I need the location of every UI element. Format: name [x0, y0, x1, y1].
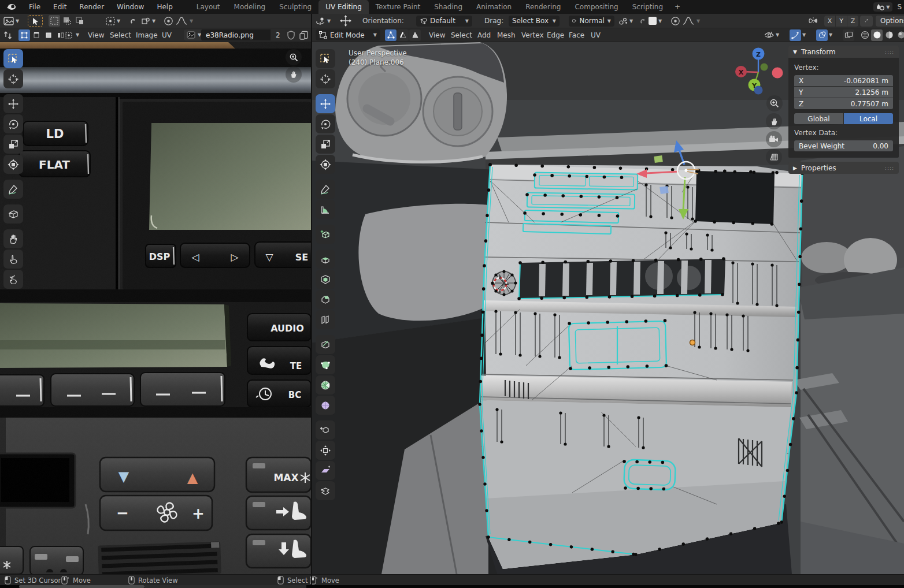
uv-tool-hand[interactable] — [3, 229, 23, 248]
uv-snap-toggle[interactable] — [128, 14, 137, 28]
uv-tool-annotate[interactable] — [3, 180, 23, 199]
vp-tool-annotate[interactable] — [316, 180, 335, 199]
menu-help[interactable]: Help — [150, 0, 179, 14]
uv-tool-transform[interactable] — [3, 155, 23, 174]
vp-tool-add-cube[interactable] — [316, 225, 335, 244]
editor-divider[interactable] — [311, 14, 312, 585]
uv-tool-tweak[interactable] — [3, 49, 23, 68]
nav-gizmo[interactable]: Z X Y — [729, 46, 787, 98]
uv-tool-rotate[interactable] — [3, 114, 23, 133]
shading-rendered[interactable] — [895, 29, 904, 41]
image-name-field[interactable]: e38Radio.png — [201, 28, 271, 42]
vp-menu-select[interactable]: Select — [451, 28, 472, 42]
panel-grip[interactable]: :::: — [885, 49, 894, 55]
vp-tool-rotate[interactable] — [316, 114, 335, 133]
tab-shading[interactable]: Shading — [427, 0, 469, 14]
tab-rendering[interactable]: Rendering — [518, 0, 568, 14]
orientation-dropdown[interactable]: Default▼ — [416, 14, 472, 28]
uv-zoom-button[interactable] — [286, 49, 302, 65]
vp-tool-polybuild[interactable] — [316, 355, 335, 374]
fake-user-shield-icon[interactable] — [287, 28, 295, 42]
local-button[interactable]: Local — [844, 113, 893, 124]
mesh-select-mode-group[interactable] — [385, 28, 421, 42]
uv-proportional-editing[interactable]: ▼ — [164, 14, 193, 28]
mode-dropdown[interactable]: Edit Mode▼ — [316, 28, 380, 42]
tab-layout[interactable]: Layout — [190, 0, 227, 14]
vp-menu-vertex[interactable]: Vertex — [521, 28, 544, 42]
axis-toggle-group[interactable]: X Y Z — [824, 14, 858, 28]
uv-active-tool-tweak[interactable] — [28, 14, 43, 28]
show-object-types-dropdown[interactable]: ▼ — [764, 28, 779, 42]
vp-camera-button[interactable] — [766, 131, 782, 147]
mirror-icon[interactable] — [808, 14, 820, 28]
menu-window[interactable]: Window — [110, 0, 150, 14]
vp-menu-add[interactable]: Add — [477, 28, 491, 42]
vp-tool-shear[interactable] — [316, 461, 335, 480]
uv-pivot-point-button[interactable]: ▼ — [106, 14, 120, 28]
uv-menu-uv[interactable]: UV — [162, 28, 172, 42]
menu-file[interactable]: File — [23, 0, 47, 14]
uv-select-vertex[interactable] — [18, 29, 30, 41]
console-mesh[interactable] — [480, 165, 802, 569]
tab-animation[interactable]: Animation — [469, 0, 518, 14]
drag-dropdown[interactable]: Select Box▼ — [509, 14, 560, 28]
properties-panel-header[interactable]: ▶Properties :::: — [788, 162, 899, 174]
uv-menu-select[interactable]: Select — [110, 28, 131, 42]
uv-select-face[interactable] — [43, 29, 54, 41]
vp-tool-measure[interactable] — [316, 200, 335, 219]
transform-panel-header[interactable]: ▼Transform :::: — [788, 46, 899, 58]
uv-select-mode-options[interactable] — [49, 14, 86, 28]
select-mode-vertex[interactable] — [385, 29, 397, 41]
tab-scripting[interactable]: Scripting — [625, 0, 670, 14]
vp-tool-smooth[interactable] — [316, 396, 335, 415]
snap-with-button[interactable]: ▼ — [618, 14, 633, 28]
xray-toggle[interactable] — [843, 28, 854, 42]
select-mode-edge[interactable] — [397, 29, 409, 41]
gizmos-dropdown[interactable]: ▼ — [790, 28, 806, 42]
vp-tool-scale[interactable] — [316, 135, 335, 154]
pivot-dropdown[interactable]: Normal▼ — [569, 14, 614, 28]
uv-tool-point[interactable] — [3, 250, 23, 269]
bevel-weight-field[interactable]: Bevel Weight0.00 — [794, 140, 893, 151]
panel-grip-2[interactable]: :::: — [885, 165, 894, 171]
uv-tool-pinch[interactable] — [3, 270, 23, 289]
shading-material[interactable] — [883, 29, 895, 41]
vp-menu-uv[interactable]: UV — [591, 28, 601, 42]
transform-pivot-only-icon[interactable] — [860, 14, 873, 28]
vp-tool-tweak[interactable] — [316, 49, 335, 68]
vp-tool-bevel[interactable] — [316, 290, 335, 309]
tab-texture-paint[interactable]: Texture Paint — [369, 0, 427, 14]
vp-tool-extrude[interactable] — [316, 250, 335, 269]
tab-modeling[interactable]: Modeling — [227, 0, 273, 14]
vp-tool-shrink-fatten[interactable] — [316, 441, 335, 460]
uv-menu-view[interactable]: View — [88, 28, 104, 42]
snap-toggle-group[interactable]: ▼ — [638, 14, 662, 28]
vp-proportional-editing[interactable]: ▼ — [670, 14, 700, 28]
vp-editor-type-button[interactable]: ▼ — [316, 14, 331, 28]
options-button[interactable]: Options — [876, 14, 904, 28]
vp-tool-inset[interactable] — [316, 270, 335, 289]
unlink-image-icon[interactable] — [299, 28, 308, 42]
uv-select-mode-group[interactable] — [18, 28, 66, 42]
uv-menu-image[interactable]: Image — [136, 28, 158, 42]
vp-tool-edge-slide[interactable] — [316, 420, 335, 440]
global-button[interactable]: Global — [794, 113, 843, 124]
scene-icon[interactable]: ▼ — [873, 2, 892, 12]
uv-tool-box[interactable] — [3, 204, 23, 224]
tab-sculpting[interactable]: Sculpting — [272, 0, 318, 14]
tab-compositing[interactable]: Compositing — [568, 0, 625, 14]
image-users-count[interactable]: 2 — [271, 28, 285, 42]
vertex-x-field[interactable]: X-0.062081 m — [794, 75, 893, 86]
add-workspace-button[interactable]: + — [670, 0, 685, 14]
vp-menu-face[interactable]: Face — [569, 28, 584, 42]
vp-active-tool-move-icon[interactable] — [340, 14, 351, 28]
vp-pan-button[interactable] — [766, 113, 782, 129]
uv-select-edge[interactable] — [31, 29, 42, 41]
vp-grid-button[interactable] — [766, 149, 782, 165]
uv-sync-select-toggle[interactable] — [3, 28, 13, 42]
vp-zoom-button[interactable] — [766, 95, 783, 111]
vp-tool-transform[interactable] — [316, 155, 335, 174]
vp-tool-rip[interactable] — [316, 481, 335, 500]
menu-render[interactable]: Render — [73, 0, 110, 14]
vp-tool-loopcut[interactable] — [316, 310, 335, 329]
